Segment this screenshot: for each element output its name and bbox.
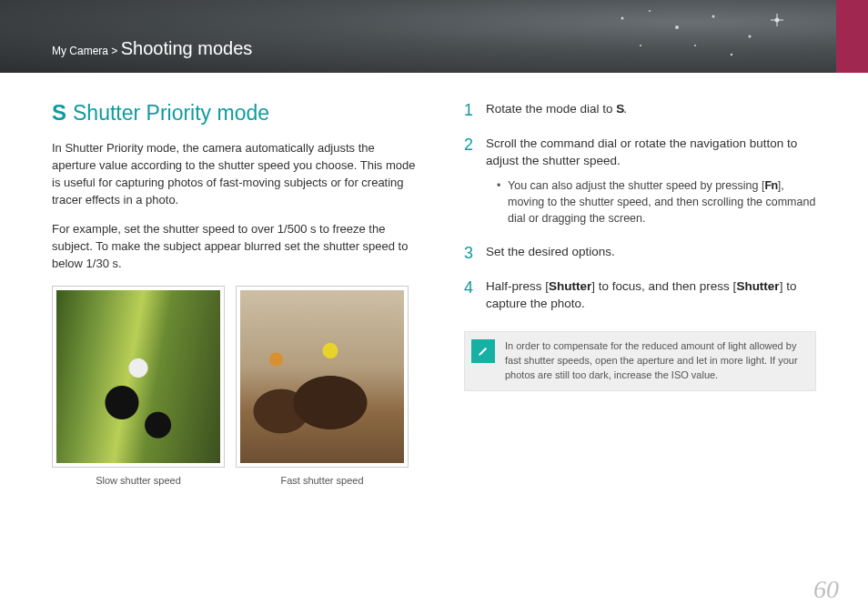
step-2-sub-item: You can also adjust the shutter speed by… [497,177,816,227]
breadcrumb-section: Shooting modes [121,38,253,58]
step-number: 1 [464,98,473,122]
fast-shutter-image [240,290,404,463]
steps-list: 1 Rotate the mode dial to S. 2 Scroll th… [464,100,816,313]
slow-caption: Slow shutter speed [52,475,225,486]
banner-sparkles [595,0,823,73]
step-2: 2 Scroll the command dial or rotate the … [464,135,816,227]
breadcrumb-sep: > [111,45,117,57]
svg-point-7 [731,54,732,55]
content: S Shutter Priority mode In Shutter Prior… [0,73,868,486]
svg-point-8 [640,45,641,46]
fast-caption: Fast shutter speed [236,475,409,486]
fn-key-icon: Fn [764,179,777,192]
step-text: Scroll the command dial or rotate the na… [486,136,797,168]
pencil-note-icon [471,339,495,363]
step-4: 4 Half-press [Shutter] to focus, and the… [464,277,816,313]
svg-point-2 [675,25,679,29]
mode-s-icon: S [52,100,66,126]
thumb-fast: Fast shutter speed [236,286,409,486]
thumb-slow: Slow shutter speed [52,286,225,486]
svg-point-1 [649,10,651,12]
step-1: 1 Rotate the mode dial to S. [464,100,816,118]
title-text: Shutter Priority mode [73,101,269,126]
step-3: 3 Set the desired options. [464,243,816,261]
step-number: 3 [464,241,473,265]
intro-paragraph-1: In Shutter Priority mode, the camera aut… [52,140,420,208]
svg-point-4 [749,35,752,38]
right-column: 1 Rotate the mode dial to S. 2 Scroll th… [464,100,816,486]
step-text: Half-press [Shutter] to focus, and then … [486,279,796,311]
svg-point-3 [712,15,715,18]
page-title: S Shutter Priority mode [52,100,420,126]
step-number: 2 [464,133,473,156]
hint-box: In order to compensate for the reduced a… [464,331,816,391]
hint-icon-wrap [465,332,501,390]
step-text: Set the desired options. [486,245,615,258]
svg-point-0 [621,17,624,20]
svg-point-6 [694,45,696,46]
intro-paragraph-2: For example, set the shutter speed to ov… [52,221,420,273]
breadcrumb: My Camera > Shooting modes [52,38,252,59]
accent-bar [836,0,868,73]
step-number: 4 [464,276,473,299]
header-banner: My Camera > Shooting modes [0,0,868,73]
left-column: S Shutter Priority mode In Shutter Prior… [52,100,420,486]
hint-text: In order to compensate for the reduced a… [501,332,815,390]
slow-shutter-image [56,290,220,463]
example-thumbnails: Slow shutter speed Fast shutter speed [52,286,420,486]
step-2-sub: You can also adjust the shutter speed by… [486,177,816,227]
step-text: Rotate the mode dial to S. [486,102,627,116]
breadcrumb-root: My Camera [52,45,108,57]
page-number: 60 [813,575,839,604]
svg-point-5 [775,18,780,23]
